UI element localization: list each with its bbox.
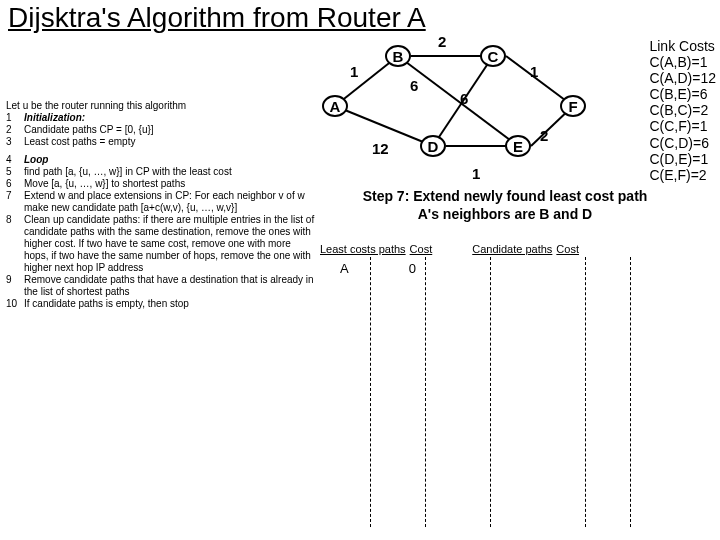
step-caption-line1: Step 7: Extend newly found least cost pa… [340, 188, 670, 206]
algo-line: 5find path [a, {u, …, w}] in CP with the… [6, 166, 316, 178]
node-d: D [420, 135, 446, 157]
col-cand-cost: Cost [556, 243, 579, 255]
edge-ab-weight: 1 [350, 63, 358, 80]
algo-line: 9Remove candidate paths that have a dest… [6, 274, 316, 298]
table-row: A 0 [340, 261, 416, 276]
link-cost-item: C(C,F)=1 [649, 118, 716, 134]
least-cost-table-header: Least costs paths Cost [320, 243, 432, 255]
link-costs-heading: Link Costs [649, 38, 716, 54]
lc-cost: 0 [409, 261, 416, 276]
algo-line: 6Move [a, {u, …, w}] to shortest paths [6, 178, 316, 190]
col-least-cost-paths: Least costs paths [320, 243, 406, 255]
step-caption-line2: A's neighbors are B and D [340, 206, 670, 224]
algo-line: 1Initialization: [6, 112, 316, 124]
link-cost-item: C(A,B)=1 [649, 54, 716, 70]
link-cost-item: C(E,F)=2 [649, 167, 716, 183]
divider [370, 257, 371, 527]
algo-line: 4Loop [6, 154, 316, 166]
svg-line-2 [398, 56, 518, 146]
link-cost-item: C(B,C)=2 [649, 102, 716, 118]
link-costs-panel: Link Costs C(A,B)=1 C(A,D)=12 C(B,E)=6 C… [649, 38, 716, 183]
algo-line: 7Extend w and place extensions in CP: Fo… [6, 190, 316, 214]
node-e: E [505, 135, 531, 157]
algo-intro: Let u be the router running this algorit… [6, 100, 316, 112]
link-cost-item: C(C,D)=6 [649, 135, 716, 151]
algo-line: 3Least cost paths = empty [6, 136, 316, 148]
edge-bc-weight: 2 [438, 33, 446, 50]
col-candidate-paths: Candidate paths [472, 243, 552, 255]
link-cost-item: C(B,E)=6 [649, 86, 716, 102]
tables-body: A 0 [320, 259, 700, 529]
node-f: F [560, 95, 586, 117]
network-graph: A B C D E F 1 2 6 6 1 12 2 1 [310, 35, 590, 175]
lc-dest: A [340, 261, 349, 276]
edge-ad-weight: 12 [372, 140, 389, 157]
edge-ef-weight: 2 [540, 127, 548, 144]
divider [490, 257, 491, 527]
page-title: Dijsktra's Algorithm from Router A [0, 0, 720, 40]
divider [585, 257, 586, 527]
divider [425, 257, 426, 527]
node-c: C [480, 45, 506, 67]
node-a: A [322, 95, 348, 117]
algo-line: 8Clean up candidate paths: if there are … [6, 214, 316, 274]
col-lc-cost: Cost [410, 243, 433, 255]
algo-line: 10If candidate paths is empty, then stop [6, 298, 316, 310]
candidate-table-header: Candidate paths Cost [472, 243, 579, 255]
algorithm-pseudocode: Let u be the router running this algorit… [6, 100, 316, 310]
edge-de-weight: 1 [472, 165, 480, 182]
edge-cf-weight: 1 [530, 63, 538, 80]
algo-line: 2Candidate paths CP = [0, {u}] [6, 124, 316, 136]
paths-tables: Least costs paths Cost Candidate paths C… [320, 243, 700, 529]
divider [630, 257, 631, 527]
link-cost-item: C(A,D)=12 [649, 70, 716, 86]
edge-cd-weight: 6 [460, 90, 468, 107]
edge-be-weight: 6 [410, 77, 418, 94]
step-caption: Step 7: Extend newly found least cost pa… [340, 188, 670, 223]
graph-edges [310, 35, 590, 175]
link-cost-item: C(D,E)=1 [649, 151, 716, 167]
node-b: B [385, 45, 411, 67]
